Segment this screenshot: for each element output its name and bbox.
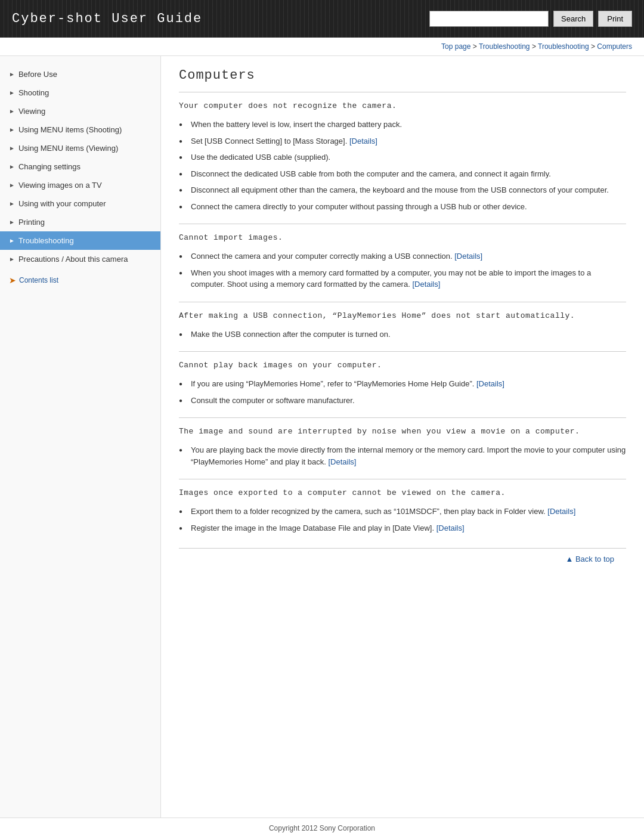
chevron-icon: ► [9, 108, 15, 114]
section-3-list: Make the USB connection after the comput… [179, 326, 626, 343]
breadcrumb-computers[interactable]: Computers [597, 42, 632, 51]
chevron-icon: ► [9, 256, 15, 262]
section-1-heading: Your computer does not recognize the cam… [179, 101, 626, 110]
search-input[interactable] [429, 11, 549, 27]
sidebar-item-label: Changing settings [18, 162, 80, 171]
sidebar-item-label: Using MENU items (Shooting) [18, 125, 122, 134]
divider [179, 417, 626, 418]
chevron-icon: ► [9, 219, 15, 225]
list-item: Disconnect the dedicated USB cable from … [179, 166, 626, 182]
chevron-icon: ► [9, 145, 15, 151]
list-item: Connect the camera and your computer cor… [179, 248, 626, 265]
sidebar-item-using-menu-shooting[interactable]: ► Using MENU items (Shooting) [0, 120, 160, 139]
chevron-icon: ► [9, 89, 15, 96]
chevron-icon: ► [9, 237, 15, 244]
section-4-list: If you are using “PlayMemories Home”, re… [179, 376, 626, 408]
list-item: Disconnect all equipment other than the … [179, 182, 626, 199]
details-link[interactable]: [Details] [547, 507, 575, 516]
chevron-icon: ► [9, 126, 15, 133]
chevron-icon: ► [9, 200, 15, 207]
search-button[interactable]: Search [553, 11, 593, 27]
section-4-heading: Cannot play back images on your computer… [179, 361, 626, 370]
section-5-heading: The image and sound are interrupted by n… [179, 427, 626, 436]
divider [179, 302, 626, 302]
section-1-list: When the battery level is low, insert th… [179, 116, 626, 215]
back-to-top-link[interactable]: ▲ Back to top [565, 555, 614, 563]
breadcrumb-troubleshooting2[interactable]: Troubleshooting [538, 42, 589, 51]
print-button[interactable]: Print [598, 11, 632, 27]
section-2-list: Connect the camera and your computer cor… [179, 248, 626, 293]
list-item: Export them to a folder recognized by th… [179, 503, 626, 520]
layout: ► Before Use ► Shooting ► Viewing ► Usin… [0, 56, 644, 817]
section-6-heading: Images once exported to a computer canno… [179, 488, 626, 497]
divider [179, 224, 626, 224]
sidebar-item-viewing-images-tv[interactable]: ► Viewing images on a TV [0, 176, 160, 194]
back-to-top-bar: ▲ Back to top [179, 548, 626, 569]
header: Cyber-shot User Guide Search Print [0, 0, 644, 38]
contents-list-label: Contents list [19, 276, 58, 284]
sidebar-item-label: Shooting [18, 88, 49, 97]
sidebar-item-label: Precautions / About this camera [18, 255, 128, 264]
contents-list-link[interactable]: ➤ Contents list [0, 268, 160, 292]
sidebar-item-viewing[interactable]: ► Viewing [0, 102, 160, 120]
sidebar-item-label: Viewing [18, 107, 45, 116]
main-content: Computers Your computer does not recogni… [161, 56, 644, 817]
details-link[interactable]: [Details] [454, 252, 482, 261]
details-link[interactable]: [Details] [476, 379, 504, 388]
list-item: You are playing back the movie directly … [179, 442, 626, 470]
footer: Copyright 2012 Sony Corporation [0, 817, 644, 833]
breadcrumb-top[interactable]: Top page [441, 42, 470, 51]
sidebar-item-label: Viewing images on a TV [18, 181, 102, 190]
sidebar-item-using-menu-viewing[interactable]: ► Using MENU items (Viewing) [0, 139, 160, 157]
section-6-list: Export them to a folder recognized by th… [179, 503, 626, 536]
list-item: When you shoot images with a memory card… [179, 265, 626, 293]
sidebar-item-using-with-computer[interactable]: ► Using with your computer [0, 194, 160, 213]
divider [179, 92, 626, 92]
details-link[interactable]: [Details] [412, 280, 440, 289]
breadcrumb: Top page > Troubleshooting > Troubleshoo… [0, 38, 644, 56]
arrow-right-icon: ➤ [9, 275, 16, 285]
sidebar-item-label: Before Use [18, 70, 57, 79]
section-5-list: You are playing back the movie directly … [179, 442, 626, 470]
list-item: If you are using “PlayMemories Home”, re… [179, 376, 626, 392]
copyright-text: Copyright 2012 Sony Corporation [269, 824, 375, 832]
sidebar-item-precautions[interactable]: ► Precautions / About this camera [0, 250, 160, 268]
details-link[interactable]: [Details] [328, 457, 356, 466]
list-item: Make the USB connection after the comput… [179, 326, 626, 343]
sidebar-item-printing[interactable]: ► Printing [0, 213, 160, 231]
list-item: Consult the computer or software manufac… [179, 392, 626, 409]
sidebar-item-before-use[interactable]: ► Before Use [0, 65, 160, 83]
chevron-icon: ► [9, 163, 15, 170]
section-2-heading: Cannot import images. [179, 233, 626, 242]
chevron-icon: ► [9, 182, 15, 188]
divider [179, 479, 626, 479]
app-title: Cyber-shot User Guide [12, 11, 202, 26]
list-item: Register the image in the Image Database… [179, 520, 626, 537]
sidebar-item-label: Printing [18, 218, 45, 227]
list-item: Use the dedicated USB cable (supplied). [179, 149, 626, 166]
sidebar-item-shooting[interactable]: ► Shooting [0, 83, 160, 102]
list-item: Connect the camera directly to your comp… [179, 199, 626, 215]
list-item: When the battery level is low, insert th… [179, 116, 626, 133]
sidebar-item-label: Using with your computer [18, 199, 106, 208]
divider [179, 351, 626, 352]
page-title: Computers [179, 68, 626, 83]
header-controls: Search Print [429, 11, 632, 27]
breadcrumb-troubleshooting1[interactable]: Troubleshooting [479, 42, 530, 51]
details-link[interactable]: [Details] [436, 524, 465, 532]
sidebar-item-changing-settings[interactable]: ► Changing settings [0, 157, 160, 176]
sidebar-item-troubleshooting[interactable]: ► Troubleshooting [0, 231, 160, 250]
list-item: Set [USB Connect Setting] to [Mass Stora… [179, 133, 626, 150]
sidebar-item-label: Using MENU items (Viewing) [18, 144, 118, 153]
sidebar: ► Before Use ► Shooting ► Viewing ► Usin… [0, 56, 161, 817]
sidebar-item-label: Troubleshooting [18, 236, 74, 245]
details-link[interactable]: [Details] [349, 137, 377, 145]
section-3-heading: After making a USB connection, “PlayMemo… [179, 311, 626, 320]
chevron-icon: ► [9, 71, 15, 78]
